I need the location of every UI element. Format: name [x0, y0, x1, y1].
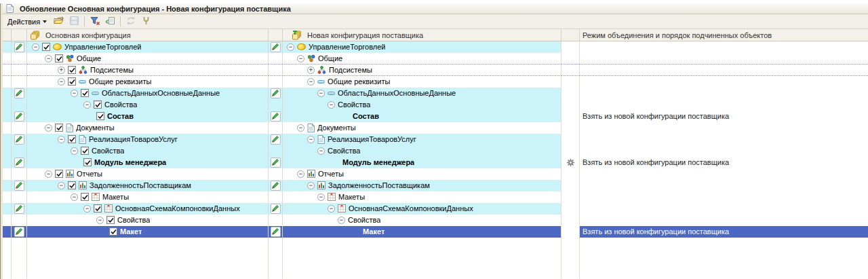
clear-filter-button[interactable]	[88, 16, 102, 28]
row-checkbox[interactable]	[109, 227, 117, 236]
collapse-minus-icon[interactable]: −	[328, 205, 335, 212]
main-tree-cell[interactable]: −Свойства	[27, 145, 269, 157]
tree-row[interactable]: −Свойства−Свойства	[3, 145, 868, 157]
collapse-minus-icon[interactable]: −	[32, 43, 39, 51]
main-tree-cell[interactable]: −ОсновнаяСхемаКомпоновкиДанных	[27, 203, 269, 215]
supplier-tree-cell[interactable]: Модуль менеджера	[283, 157, 561, 168]
row-checkbox[interactable]	[68, 66, 76, 74]
mode-marker-cell[interactable]	[561, 157, 580, 168]
main-tree-cell[interactable]: −Свойства	[27, 215, 269, 226]
tree-row[interactable]: −ОсновнаяСхемаКомпоновкиДанных−ОсновнаяС…	[3, 203, 868, 215]
supplier-tree-cell[interactable]: +Подсистемы	[283, 64, 561, 76]
tree-row[interactable]: +Подсистемы+Подсистемы	[3, 64, 868, 76]
row-checkbox[interactable]	[55, 124, 63, 132]
supplier-tree-cell[interactable]: −Общие	[283, 53, 561, 64]
row-checkbox[interactable]	[42, 43, 50, 51]
collapse-minus-icon[interactable]: −	[45, 124, 52, 132]
supplier-tree-cell[interactable]: −Свойства	[283, 99, 561, 111]
refresh-composition-button[interactable]	[103, 16, 117, 28]
window-titlebar[interactable]: Обновление Основная конфигурация - Новая…	[3, 3, 868, 14]
row-checkbox[interactable]	[83, 158, 92, 166]
collapse-minus-icon[interactable]: −	[96, 217, 104, 224]
supplier-tree-cell[interactable]: −Макеты	[283, 191, 561, 203]
row-checkbox[interactable]	[81, 193, 89, 201]
collapse-minus-icon[interactable]: −	[317, 147, 325, 155]
collapse-minus-icon[interactable]: −	[83, 205, 91, 212]
tree-row[interactable]: −ОбластьДанныхОсновныеДанные−ОбластьДанн…	[3, 88, 868, 99]
collapse-minus-icon[interactable]: −	[58, 182, 65, 189]
tree-row[interactable]: −Свойства−Свойства	[3, 99, 868, 111]
collapse-minus-icon[interactable]: −	[58, 136, 65, 143]
supplier-tree-cell[interactable]: Состав	[283, 111, 561, 122]
tree-row[interactable]: −ЗадолженностьПоставщикам−ЗадолженностьП…	[3, 180, 868, 191]
main-tree-cell[interactable]: −Общие	[27, 53, 269, 64]
tree-row[interactable]: −Общие реквизиты−Общие реквизиты	[3, 76, 868, 88]
collapse-minus-icon[interactable]: −	[317, 193, 325, 201]
supplier-tree-cell[interactable]: −РеализацияТоваровУслуг	[283, 134, 561, 145]
collapse-minus-icon[interactable]: −	[297, 124, 304, 132]
collapse-minus-icon[interactable]: −	[58, 78, 65, 86]
tree-row[interactable]: МакетМакетВзять из новой конфигурации по…	[3, 226, 868, 238]
main-tree-cell[interactable]: −РеализацияТоваровУслуг	[27, 134, 269, 145]
main-tree-cell[interactable]: Состав	[27, 111, 269, 122]
tree-row[interactable]: Модуль менеджераМодуль менеджераВзять из…	[3, 157, 868, 168]
collapse-minus-icon[interactable]: −	[338, 217, 345, 224]
collapse-minus-icon[interactable]: −	[71, 193, 78, 201]
row-checkbox[interactable]	[96, 112, 104, 120]
main-tree-cell[interactable]: −Отчеты	[27, 168, 269, 180]
tree-row[interactable]: −Отчеты−Отчеты	[3, 168, 868, 180]
row-checkbox[interactable]	[68, 135, 76, 143]
main-tree-cell[interactable]: Макет	[27, 226, 269, 238]
collapse-minus-icon[interactable]: −	[287, 43, 294, 51]
row-checkbox[interactable]	[94, 100, 102, 109]
supplier-tree-cell[interactable]: −ОбластьДанныхОсновныеДанные	[283, 88, 561, 99]
main-tree-cell[interactable]: −Общие реквизиты	[27, 76, 269, 88]
row-checkbox[interactable]	[55, 170, 63, 178]
main-tree-cell[interactable]: −Документы	[27, 122, 269, 134]
main-tree-cell[interactable]: +Подсистемы	[27, 64, 269, 76]
row-checkbox[interactable]	[55, 54, 63, 62]
collapse-minus-icon[interactable]: −	[297, 55, 304, 62]
row-checkbox[interactable]	[94, 204, 102, 212]
collapse-minus-icon[interactable]: −	[45, 55, 52, 62]
tree-row[interactable]: −УправлениеТорговлей−УправлениеТорговлей	[3, 41, 868, 53]
header-main-configuration[interactable]: Основная конфигурация	[27, 29, 269, 41]
main-tree-cell[interactable]: Модуль менеджера	[27, 157, 269, 168]
main-tree-cell[interactable]: −УправлениеТорговлей	[27, 41, 269, 53]
collapse-minus-icon[interactable]: −	[71, 147, 78, 155]
main-tree-cell[interactable]: −ЗадолженностьПоставщикам	[27, 180, 269, 191]
supplier-tree-cell[interactable]: −Свойства	[283, 145, 561, 157]
supplier-tree-cell[interactable]: −Общие реквизиты	[283, 76, 561, 88]
row-checkbox[interactable]	[81, 89, 89, 97]
supplier-tree-cell[interactable]: Макет	[283, 226, 561, 238]
supplier-tree-cell[interactable]: −Документы	[283, 122, 561, 134]
tree-row[interactable]: −РеализацияТоваровУслуг−РеализацияТоваро…	[3, 134, 868, 145]
refresh-button[interactable]	[124, 16, 138, 28]
tree-row[interactable]: −Общие−Общие	[3, 53, 868, 64]
tree-row[interactable]: −Макеты−Макеты	[3, 191, 868, 203]
collapse-minus-icon[interactable]: −	[307, 136, 315, 143]
collapse-minus-icon[interactable]: −	[297, 170, 304, 178]
row-checkbox[interactable]	[81, 147, 89, 155]
row-checkbox[interactable]	[68, 181, 76, 189]
collapse-minus-icon[interactable]: −	[317, 90, 325, 97]
merge-mode-cell[interactable]: Взять из новой конфигурации поставщика	[580, 111, 868, 122]
expand-plus-icon[interactable]: +	[58, 67, 65, 74]
supplier-tree-cell[interactable]: −ОсновнаяСхемаКомпоновкиДанных	[283, 203, 561, 215]
row-checkbox[interactable]	[106, 216, 115, 224]
collapse-minus-icon[interactable]: −	[307, 78, 315, 86]
row-checkbox[interactable]	[68, 77, 76, 86]
open-button[interactable]	[52, 16, 66, 28]
supplier-tree-cell[interactable]: −Свойства	[283, 215, 561, 226]
collapse-minus-icon[interactable]: −	[71, 90, 78, 97]
supplier-tree-cell[interactable]: −УправлениеТорговлей	[283, 41, 561, 53]
tree-row[interactable]: −Свойства−Свойства	[3, 215, 868, 226]
main-tree-cell[interactable]: −Свойства	[27, 99, 269, 111]
header-merge-mode[interactable]: Режим объединения и порядок подчиненных …	[580, 29, 868, 41]
tools-button[interactable]	[139, 16, 153, 28]
main-tree-cell[interactable]: −ОбластьДанныхОсновныеДанные	[27, 88, 269, 99]
header-supplier-configuration[interactable]: Новая конфигурация поставщика	[283, 29, 561, 41]
supplier-tree-cell[interactable]: −ЗадолженностьПоставщикам	[283, 180, 561, 191]
tree-row[interactable]: −Документы−Документы	[3, 122, 868, 134]
merge-mode-cell[interactable]: Взять из новой конфигурации поставщика	[580, 157, 868, 168]
